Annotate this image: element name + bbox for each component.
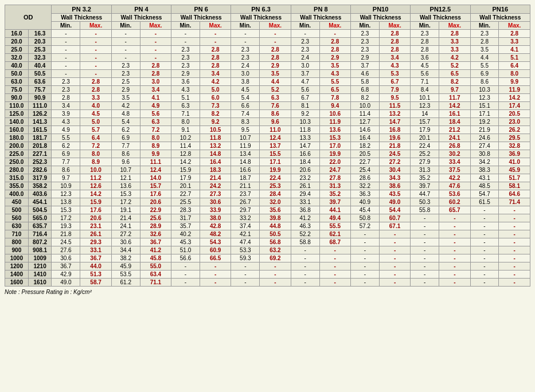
- cell-pn32_min: 19.3: [52, 222, 80, 230]
- cell-pn4_min: 61.2: [111, 279, 140, 287]
- cell-pn8_min: 23.2: [291, 174, 319, 182]
- cell-pn125_max: 21.2: [439, 126, 470, 134]
- cell-od_min: 560: [5, 214, 29, 222]
- cell-pn10_min: 2.3: [350, 46, 379, 54]
- cell-pn16_max: 41.0: [499, 158, 530, 166]
- cell-od_max: 161.5: [28, 126, 52, 134]
- cell-pn8_max: 15.3: [319, 134, 350, 142]
- cell-od_max: 1009: [28, 254, 52, 262]
- cell-pn32_max: -: [80, 70, 111, 78]
- cell-pn6_max: -: [200, 38, 231, 46]
- table-row: 180.0181.75.56.46.98.010.211.810.712.413…: [5, 134, 530, 142]
- cell-pn4_max: 5.6: [140, 110, 171, 118]
- cell-pn16_min: -: [470, 246, 499, 254]
- cell-pn4_min: -: [111, 38, 140, 46]
- table-note: Note : Pressure Rating in : Kg/cm²: [5, 289, 530, 295]
- cell-pn32_min: 7.7: [52, 158, 80, 166]
- cell-od_min: 250.0: [5, 158, 29, 166]
- cell-pn4_max: -: [140, 38, 171, 46]
- cell-od_max: 635.7: [28, 222, 52, 230]
- cell-pn10_min: 28.6: [350, 174, 379, 182]
- cell-pn8_max: 7.8: [319, 94, 350, 102]
- cell-pn4_max: 32.6: [140, 230, 171, 238]
- cell-od_min: 75.0: [5, 86, 29, 94]
- cell-pn32_min: -: [52, 46, 80, 54]
- cell-pn32_min: -: [52, 62, 80, 70]
- cell-pn10_min: 45.4: [350, 206, 379, 214]
- cell-od_max: 252.3: [28, 158, 52, 166]
- cell-pn125_min: 5.6: [411, 70, 439, 78]
- cell-pn125_min: -: [411, 238, 439, 246]
- cell-pn16_min: -: [470, 254, 499, 262]
- cell-pn6_max: 33.9: [200, 206, 231, 214]
- cell-pn6_max: 5.0: [200, 86, 231, 94]
- cell-pn10_min: 2.3: [350, 30, 379, 38]
- cell-pn63_max: 11.0: [260, 126, 291, 134]
- cell-pn4_max: 4.9: [140, 102, 171, 110]
- cell-od_max: 32.3: [28, 54, 52, 62]
- cell-pn10_min: 36.3: [350, 190, 379, 198]
- cell-pn6_min: -: [171, 271, 200, 279]
- cell-pn125_max: 3.3: [439, 38, 470, 46]
- cell-pn10_min: 3.7: [350, 62, 379, 70]
- cell-pn4_max: 12.4: [140, 166, 171, 174]
- cell-pn63_max: 9.6: [260, 118, 291, 126]
- cell-od_min: 50.0: [5, 70, 29, 78]
- cell-pn63_max: 2.8: [260, 54, 291, 62]
- cell-pn63_min: 2.3: [231, 54, 260, 62]
- cell-od_min: 90.0: [5, 94, 29, 102]
- cell-pn63_max: 13.7: [260, 142, 291, 150]
- cell-pn16_max: -: [499, 271, 530, 279]
- cell-pn10_min: 57.2: [350, 222, 379, 230]
- cell-pn16_max: 58.1: [499, 182, 530, 190]
- cell-pn6_max: 11.8: [200, 134, 231, 142]
- cell-pn16_max: -: [499, 230, 530, 238]
- cell-pn63_min: 2.4: [231, 62, 260, 70]
- cell-pn63_max: 19.9: [260, 166, 291, 174]
- cell-pn16_min: -: [470, 271, 499, 279]
- cell-pn8_max: 13.6: [319, 126, 350, 134]
- cell-pn63_max: 6.3: [260, 94, 291, 102]
- cell-pn32_min: 2.3: [52, 86, 80, 94]
- cell-od_min: 1600: [5, 279, 29, 287]
- cell-pn6_max: 9.2: [200, 118, 231, 126]
- table-row: 630635.719.323.124.128.935.742.837.444.8…: [5, 222, 530, 230]
- cell-pn125_min: -: [411, 279, 439, 287]
- cell-od_max: 565.0: [28, 214, 52, 222]
- cell-pn63_min: -: [231, 271, 260, 279]
- cell-pn32_min: 9.7: [52, 174, 80, 182]
- cell-pn63_max: 2.8: [260, 46, 291, 54]
- cell-pn63_min: 13.4: [231, 150, 260, 158]
- pn125-max-hdr: Max.: [439, 22, 470, 30]
- cell-pn10_max: 38.6: [379, 182, 410, 190]
- cell-pn6_min: 22.7: [171, 190, 200, 198]
- cell-pn16_max: 23.0: [499, 118, 530, 126]
- cell-pn32_max: -: [80, 62, 111, 70]
- cell-pn6_max: 16.4: [200, 158, 231, 166]
- cell-pn32_min: 8.6: [52, 166, 80, 174]
- cell-pn6_min: 12.8: [171, 150, 200, 158]
- cell-pn63_max: 25.3: [260, 182, 291, 190]
- pn4-max-hdr: Max.: [140, 22, 171, 30]
- page-container: OD PN 3.2 PN 4 PN 6 PN 6.3 PN 8 PN10 PN1…: [0, 0, 535, 300]
- cell-pn10_max: 27.2: [379, 158, 410, 166]
- cell-pn4_min: 3.5: [111, 94, 140, 102]
- cell-pn32_min: 2.8: [52, 94, 80, 102]
- cell-od_max: 25.3: [28, 46, 52, 54]
- cell-pn16_max: -: [499, 214, 530, 222]
- pn125-header: PN12.5: [411, 5, 470, 14]
- cell-pn125_max: -: [439, 271, 470, 279]
- cell-od_min: 500: [5, 206, 29, 214]
- cell-pn4_min: 2.3: [111, 62, 140, 70]
- cell-pn125_max: 60.2: [439, 198, 470, 206]
- cell-pn125_max: 37.5: [439, 166, 470, 174]
- cell-pn6_min: 8.0: [171, 118, 200, 126]
- cell-pn125_max: 3.3: [439, 46, 470, 54]
- cell-pn16_max: 11.9: [499, 86, 530, 94]
- cell-pn10_max: 2.8: [379, 30, 410, 38]
- pn4-wt: Wall Thickness: [111, 14, 171, 22]
- cell-pn63_min: -: [231, 262, 260, 271]
- pn16-max-hdr: Max.: [499, 22, 530, 30]
- cell-pn32_min: -: [52, 30, 80, 38]
- cell-pn32_max: 33.1: [80, 246, 111, 254]
